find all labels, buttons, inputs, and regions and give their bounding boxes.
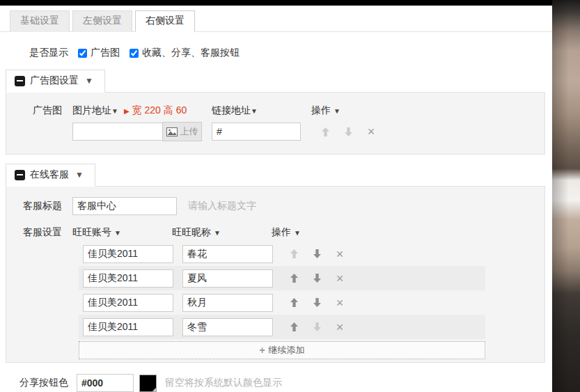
down-arrow-icon [313, 322, 322, 331]
down-arrow-icon [313, 298, 322, 307]
caret-down-icon: ▼ [114, 229, 121, 237]
nickname-input[interactable] [182, 269, 273, 288]
image-size-hint: ▶宽 220 高 60 [124, 104, 187, 117]
share-color-input[interactable] [77, 374, 134, 392]
nickname-column-header[interactable]: 旺旺昵称 [172, 226, 211, 237]
ad-columns-header: 广告图 图片地址 ▼ ▶宽 220 高 60 链接地址 ▼ 操作 ▼ [6, 104, 544, 118]
delete-button[interactable]: × [333, 247, 347, 261]
add-more-label: 继续添加 [269, 344, 305, 356]
up-arrow-icon [290, 322, 299, 331]
settings-panel: 基础设置 左侧设置 右侧设置 是否显示 广告图 收藏、分享、客服按钮 广告图设置… [0, 6, 552, 392]
up-arrow-icon [290, 274, 299, 283]
service-row: × [79, 290, 485, 315]
service-columns-header: 客服设置 旺旺账号 ▼ 旺旺昵称 ▼ 操作 ▼ [6, 226, 544, 240]
account-input[interactable] [83, 245, 173, 263]
move-up-button[interactable] [287, 320, 301, 334]
top-black-bar [0, 0, 552, 6]
service-section-body: 客服标题 请输入标题文字 客服设置 旺旺账号 ▼ 旺旺昵称 ▼ 操作 ▼ [6, 186, 545, 363]
move-up-button[interactable] [318, 125, 332, 139]
ad-image-checkbox[interactable] [78, 49, 87, 58]
checkbox-share-buttons[interactable]: 收藏、分享、客服按钮 [130, 47, 240, 59]
caret-down-icon: ▼ [294, 229, 301, 237]
link-url-column-header[interactable]: 链接地址 [212, 104, 251, 117]
down-arrow-icon [313, 274, 322, 283]
ad-image-checkbox-label: 广告图 [91, 47, 120, 59]
up-arrow-icon [321, 127, 330, 136]
background-photo [552, 0, 580, 392]
delete-button[interactable]: × [333, 320, 347, 334]
move-down-button[interactable] [310, 320, 324, 334]
tab-bar: 基础设置 左侧设置 右侧设置 [0, 6, 552, 32]
nickname-input[interactable] [182, 245, 273, 263]
service-title-hint: 请输入标题文字 [188, 200, 256, 212]
upload-button-label: 上传 [180, 125, 198, 138]
move-up-button[interactable] [287, 247, 301, 261]
service-title-input[interactable] [72, 197, 177, 215]
ad-settings-section: 广告图设置 ▼ 广告图 图片地址 ▼ ▶宽 220 高 60 链接地址 ▼ 操作… [6, 70, 545, 155]
online-service-section: 在线客服 ▼ 客服标题 请输入标题文字 客服设置 旺旺账号 ▼ 旺旺昵称 ▼ [6, 164, 545, 363]
delete-button[interactable]: × [364, 125, 378, 139]
up-arrow-icon [290, 298, 299, 307]
share-buttons-checkbox-label: 收藏、分享、客服按钮 [142, 47, 240, 59]
display-label: 是否显示 [29, 47, 68, 59]
delete-button[interactable]: × [333, 272, 347, 285]
image-icon [166, 127, 178, 136]
account-column-header[interactable]: 旺旺账号 [72, 226, 111, 237]
tab-basic-settings[interactable]: 基础设置 [10, 10, 70, 32]
move-down-button[interactable] [341, 125, 355, 139]
ad-row-label: 广告图 [6, 104, 72, 117]
service-row: × [79, 242, 485, 266]
ad-section-title: 广告图设置 [30, 75, 79, 87]
service-rows: × × [79, 242, 485, 339]
move-down-button[interactable] [310, 272, 324, 285]
image-url-column-header[interactable]: 图片地址 [72, 104, 111, 117]
service-section-header[interactable]: 在线客服 ▼ [6, 164, 95, 187]
nickname-input[interactable] [182, 318, 273, 336]
caret-down-icon: ▼ [111, 107, 118, 115]
service-title-row: 客服标题 请输入标题文字 [6, 196, 544, 216]
action-column-header[interactable]: 操作 [272, 226, 291, 237]
move-up-button[interactable] [287, 272, 301, 285]
caret-down-icon: ▼ [214, 229, 221, 237]
collapse-icon[interactable] [15, 170, 25, 180]
plus-icon: + [259, 345, 265, 356]
service-section-title: 在线客服 [30, 168, 69, 181]
color-swatch[interactable] [139, 375, 157, 392]
tab-left-settings[interactable]: 左侧设置 [72, 10, 132, 32]
move-up-button[interactable] [287, 296, 301, 310]
caret-down-icon: ▼ [334, 107, 340, 115]
link-url-input[interactable] [212, 123, 301, 141]
share-color-hint: 留空将按系统默认颜色显示 [165, 377, 282, 389]
photo-shade [552, 0, 580, 392]
nickname-input[interactable] [182, 294, 273, 312]
share-buttons-checkbox[interactable] [130, 49, 139, 58]
down-arrow-icon [313, 249, 322, 258]
service-title-label: 客服标题 [6, 200, 72, 212]
collapse-icon[interactable] [15, 76, 25, 86]
service-settings-label: 客服设置 [6, 226, 72, 239]
ad-section-header[interactable]: 广告图设置 ▼ [6, 70, 105, 93]
swatch-dropdown-icon [152, 388, 156, 391]
display-toggle-row: 是否显示 广告图 收藏、分享、客服按钮 [29, 46, 552, 60]
action-column-header[interactable]: 操作 [311, 104, 331, 116]
service-row: × [79, 266, 485, 290]
account-input[interactable] [83, 294, 173, 312]
down-arrow-icon [344, 127, 353, 136]
move-down-button[interactable] [310, 247, 324, 261]
ad-input-row: 上传 × [6, 122, 544, 141]
share-color-label: 分享按钮色 [0, 377, 77, 389]
checkbox-ad-image[interactable]: 广告图 [78, 47, 120, 59]
account-input[interactable] [83, 269, 173, 288]
caret-down-icon: ▼ [75, 170, 84, 180]
tab-right-settings[interactable]: 右侧设置 [135, 10, 195, 32]
move-down-button[interactable] [310, 296, 324, 310]
arrow-right-icon: ▶ [124, 107, 130, 115]
image-url-input[interactable] [72, 123, 163, 141]
service-row: × [79, 315, 485, 339]
add-more-button[interactable]: + 继续添加 [79, 341, 485, 359]
delete-button[interactable]: × [333, 296, 347, 310]
account-input[interactable] [83, 318, 173, 336]
upload-button[interactable]: 上传 [162, 122, 202, 141]
share-color-row: 分享按钮色 留空将按系统默认颜色显示 [0, 374, 552, 392]
caret-down-icon: ▼ [251, 107, 258, 115]
